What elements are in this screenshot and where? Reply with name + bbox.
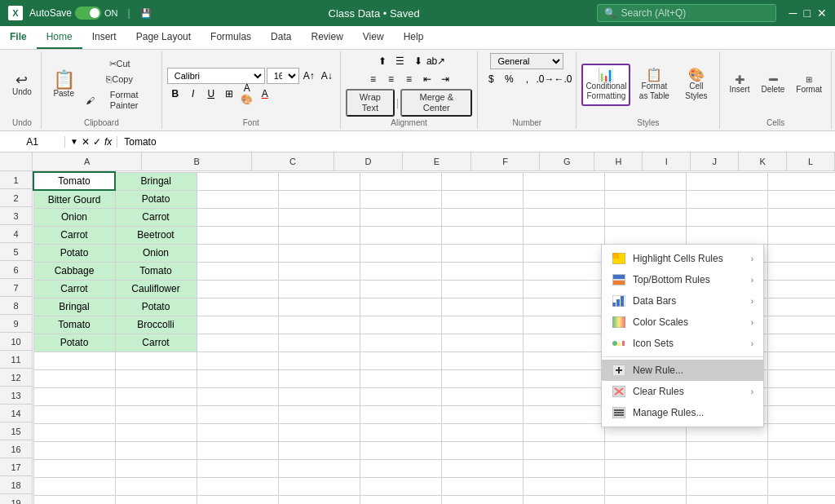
- cell-r19-c10[interactable]: [767, 495, 835, 504]
- cell-r1-c3[interactable]: [197, 172, 278, 190]
- cell-r2-c3[interactable]: [197, 190, 278, 208]
- cell-r13-c4[interactable]: [278, 387, 360, 405]
- cell-r3-c9[interactable]: [686, 208, 767, 226]
- cell-r16-c4[interactable]: [278, 441, 360, 459]
- cell-r8-c3[interactable]: [197, 298, 278, 316]
- cell-reference[interactable]: A1: [0, 136, 65, 148]
- cell-r9-c6[interactable]: [441, 316, 523, 334]
- cell-r17-c10[interactable]: [767, 459, 835, 477]
- confirm-formula-icon[interactable]: ✓: [93, 136, 101, 148]
- col-header-l[interactable]: L: [787, 153, 835, 170]
- cell-r7-c5[interactable]: [360, 280, 441, 298]
- col-header-h[interactable]: H: [594, 153, 643, 170]
- cell-r7-c7[interactable]: [523, 280, 604, 298]
- cell-r8-c2[interactable]: Potato: [115, 298, 197, 316]
- align-center-button[interactable]: ≡: [383, 71, 400, 87]
- fill-color-button[interactable]: A🎨: [239, 86, 255, 102]
- cell-r16-c3[interactable]: [197, 441, 278, 459]
- conditional-formatting-button[interactable]: 📊 Conditional Formatting: [581, 64, 630, 106]
- cell-r13-c7[interactable]: [523, 387, 604, 405]
- expand-formula-icon[interactable]: ▼: [70, 137, 78, 146]
- cell-r11-c3[interactable]: [197, 351, 278, 369]
- cell-r17-c7[interactable]: [523, 459, 604, 477]
- cell-r4-c10[interactable]: [767, 226, 835, 244]
- increase-decimal-button[interactable]: .0→: [537, 71, 553, 87]
- cell-r12-c1[interactable]: [33, 369, 115, 387]
- cell-r9-c3[interactable]: [197, 316, 278, 334]
- cell-r16-c9[interactable]: [686, 441, 767, 459]
- autosave-toggle[interactable]: [75, 7, 101, 20]
- cell-r10-c10[interactable]: [767, 334, 835, 351]
- col-header-k[interactable]: K: [739, 153, 787, 170]
- cell-r17-c1[interactable]: [33, 459, 115, 477]
- cell-r2-c8[interactable]: [604, 190, 686, 208]
- cell-r15-c4[interactable]: [278, 423, 360, 441]
- cell-r6-c5[interactable]: [360, 262, 441, 280]
- cell-r2-c6[interactable]: [441, 190, 523, 208]
- cell-r15-c5[interactable]: [360, 423, 441, 441]
- cell-r1-c8[interactable]: [604, 172, 686, 190]
- row-header-11[interactable]: 11: [0, 351, 32, 369]
- format-as-table-button[interactable]: 📋 Format as Table: [634, 66, 674, 104]
- cell-r14-c1[interactable]: [33, 405, 115, 423]
- percent-button[interactable]: %: [501, 71, 517, 87]
- cell-r18-c1[interactable]: [33, 477, 115, 495]
- row-header-19[interactable]: 19: [0, 494, 32, 504]
- cell-r2-c9[interactable]: [686, 190, 767, 208]
- col-header-e[interactable]: E: [403, 153, 471, 170]
- col-header-b[interactable]: B: [142, 153, 251, 170]
- cell-r17-c6[interactable]: [441, 459, 523, 477]
- row-header-2[interactable]: 2: [0, 189, 32, 207]
- cell-r6-c4[interactable]: [278, 262, 360, 280]
- cell-r8-c7[interactable]: [523, 298, 604, 316]
- cell-r14-c10[interactable]: [767, 405, 835, 423]
- cell-r1-c9[interactable]: [686, 172, 767, 190]
- cell-r5-c2[interactable]: Onion: [115, 244, 197, 262]
- underline-button[interactable]: U: [203, 86, 219, 102]
- row-header-15[interactable]: 15: [0, 422, 32, 440]
- cell-r6-c7[interactable]: [523, 262, 604, 280]
- menu-color-scales[interactable]: Color Scales ›: [602, 312, 763, 333]
- cell-r10-c1[interactable]: Potato: [33, 334, 115, 351]
- cell-r1-c6[interactable]: [441, 172, 523, 190]
- cell-r19-c7[interactable]: [523, 495, 604, 504]
- cell-r17-c3[interactable]: [197, 459, 278, 477]
- cell-r2-c5[interactable]: [360, 190, 441, 208]
- cell-r3-c6[interactable]: [441, 208, 523, 226]
- menu-new-rule[interactable]: New Rule...: [602, 360, 763, 381]
- cell-r3-c4[interactable]: [278, 208, 360, 226]
- cell-r3-c7[interactable]: [523, 208, 604, 226]
- cell-r3-c3[interactable]: [197, 208, 278, 226]
- undo-button[interactable]: ↩Undo: [8, 70, 36, 99]
- menu-highlight-cells-rules[interactable]: Highlight Cells Rules ›: [602, 248, 763, 269]
- cell-r19-c4[interactable]: [278, 495, 360, 504]
- cell-r6-c10[interactable]: [767, 262, 835, 280]
- cell-r16-c5[interactable]: [360, 441, 441, 459]
- tab-home[interactable]: Home: [37, 26, 82, 49]
- tab-formulas[interactable]: Formulas: [201, 26, 261, 49]
- font-size-select[interactable]: 16: [267, 68, 299, 84]
- cut-button[interactable]: ✂Cut: [82, 57, 156, 71]
- cell-r10-c4[interactable]: [278, 334, 360, 351]
- cell-r14-c7[interactable]: [523, 405, 604, 423]
- tab-data[interactable]: Data: [261, 26, 301, 49]
- cell-r5-c6[interactable]: [441, 244, 523, 262]
- bold-button[interactable]: B: [167, 86, 183, 102]
- row-header-13[interactable]: 13: [0, 387, 32, 405]
- cell-r4-c2[interactable]: Beetroot: [115, 226, 197, 244]
- cell-r19-c8[interactable]: [604, 495, 686, 504]
- cell-r3-c2[interactable]: Carrot: [115, 208, 197, 226]
- cell-r15-c3[interactable]: [197, 423, 278, 441]
- cell-r19-c2[interactable]: [115, 495, 197, 504]
- format-painter-button[interactable]: 🖌Format Painter: [82, 88, 156, 113]
- cell-r6-c2[interactable]: Tomato: [115, 262, 197, 280]
- cell-r6-c3[interactable]: [197, 262, 278, 280]
- tab-review[interactable]: Review: [301, 26, 352, 49]
- cell-r5-c3[interactable]: [197, 244, 278, 262]
- cell-r1-c2[interactable]: Bringal: [115, 172, 197, 190]
- tab-view[interactable]: View: [353, 26, 394, 49]
- cell-r8-c4[interactable]: [278, 298, 360, 316]
- tab-insert[interactable]: Insert: [82, 26, 126, 49]
- cell-r11-c7[interactable]: [523, 351, 604, 369]
- align-left-button[interactable]: ≡: [365, 71, 382, 87]
